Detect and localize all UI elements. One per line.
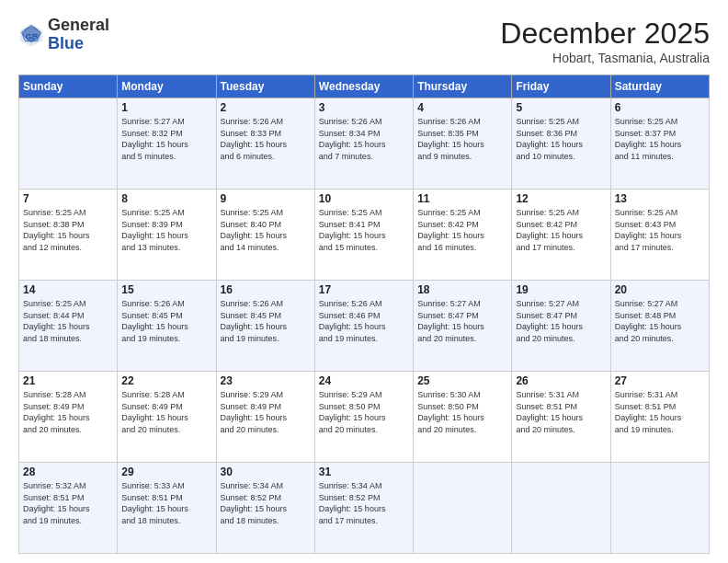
day-number: 26 <box>516 374 606 387</box>
day-info: Sunrise: 5:25 AM Sunset: 8:42 PM Dayligh… <box>516 207 606 253</box>
day-number: 18 <box>417 283 507 296</box>
location: Hobart, Tasmania, Australia <box>500 51 710 65</box>
day-number: 12 <box>516 192 606 205</box>
day-info: Sunrise: 5:26 AM Sunset: 8:45 PM Dayligh… <box>121 298 211 344</box>
day-number: 8 <box>121 192 211 205</box>
day-info: Sunrise: 5:34 AM Sunset: 8:52 PM Dayligh… <box>221 480 311 526</box>
day-number: 15 <box>121 283 211 296</box>
calendar: Sunday Monday Tuesday Wednesday Thursday… <box>18 75 710 554</box>
day-info: Sunrise: 5:30 AM Sunset: 8:50 PM Dayligh… <box>417 389 507 435</box>
table-row: 28Sunrise: 5:32 AM Sunset: 8:51 PM Dayli… <box>19 463 118 554</box>
col-wednesday: Wednesday <box>314 75 413 98</box>
day-number: 25 <box>417 374 507 387</box>
day-number: 6 <box>615 101 705 114</box>
day-number: 14 <box>23 283 113 296</box>
table-row: 23Sunrise: 5:29 AM Sunset: 8:49 PM Dayli… <box>216 372 314 463</box>
svg-text:GB: GB <box>25 31 38 40</box>
table-row: 9Sunrise: 5:25 AM Sunset: 8:40 PM Daylig… <box>216 190 314 281</box>
table-row: 18Sunrise: 5:27 AM Sunset: 8:47 PM Dayli… <box>414 281 512 372</box>
table-row <box>512 463 610 554</box>
logo-icon: GB <box>18 22 44 48</box>
day-info: Sunrise: 5:25 AM Sunset: 8:44 PM Dayligh… <box>23 298 113 344</box>
day-info: Sunrise: 5:26 AM Sunset: 8:33 PM Dayligh… <box>221 116 311 162</box>
table-row: 27Sunrise: 5:31 AM Sunset: 8:51 PM Dayli… <box>610 372 709 463</box>
table-row: 16Sunrise: 5:26 AM Sunset: 8:45 PM Dayli… <box>216 281 314 372</box>
month-title: December 2025 <box>500 17 710 51</box>
calendar-week-row: 28Sunrise: 5:32 AM Sunset: 8:51 PM Dayli… <box>19 463 710 554</box>
table-row: 19Sunrise: 5:27 AM Sunset: 8:47 PM Dayli… <box>512 281 610 372</box>
col-saturday: Saturday <box>610 75 709 98</box>
col-monday: Monday <box>118 75 216 98</box>
table-row: 6Sunrise: 5:25 AM Sunset: 8:37 PM Daylig… <box>610 98 709 190</box>
day-number: 5 <box>516 101 606 114</box>
table-row: 4Sunrise: 5:26 AM Sunset: 8:35 PM Daylig… <box>414 98 512 190</box>
day-info: Sunrise: 5:25 AM Sunset: 8:37 PM Dayligh… <box>615 116 705 162</box>
table-row: 22Sunrise: 5:28 AM Sunset: 8:49 PM Dayli… <box>118 372 216 463</box>
table-row: 14Sunrise: 5:25 AM Sunset: 8:44 PM Dayli… <box>19 281 118 372</box>
table-row: 17Sunrise: 5:26 AM Sunset: 8:46 PM Dayli… <box>314 281 413 372</box>
table-row: 12Sunrise: 5:25 AM Sunset: 8:42 PM Dayli… <box>512 190 610 281</box>
day-info: Sunrise: 5:27 AM Sunset: 8:48 PM Dayligh… <box>615 298 705 344</box>
calendar-week-row: 14Sunrise: 5:25 AM Sunset: 8:44 PM Dayli… <box>19 281 710 372</box>
table-row <box>19 98 118 190</box>
day-number: 13 <box>615 192 705 205</box>
day-info: Sunrise: 5:27 AM Sunset: 8:32 PM Dayligh… <box>121 116 211 162</box>
table-row: 5Sunrise: 5:25 AM Sunset: 8:36 PM Daylig… <box>512 98 610 190</box>
calendar-week-row: 7Sunrise: 5:25 AM Sunset: 8:38 PM Daylig… <box>19 190 710 281</box>
table-row: 20Sunrise: 5:27 AM Sunset: 8:48 PM Dayli… <box>610 281 709 372</box>
day-number: 21 <box>23 374 113 387</box>
page: GB General Blue December 2025 Hobart, Ta… <box>0 0 728 563</box>
day-number: 29 <box>121 465 211 478</box>
day-number: 1 <box>121 101 211 114</box>
day-number: 16 <box>221 283 311 296</box>
day-number: 3 <box>319 101 409 114</box>
table-row: 31Sunrise: 5:34 AM Sunset: 8:52 PM Dayli… <box>314 463 413 554</box>
calendar-week-row: 1Sunrise: 5:27 AM Sunset: 8:32 PM Daylig… <box>19 98 710 190</box>
day-number: 20 <box>615 283 705 296</box>
day-number: 11 <box>417 192 507 205</box>
table-row: 2Sunrise: 5:26 AM Sunset: 8:33 PM Daylig… <box>216 98 314 190</box>
day-info: Sunrise: 5:26 AM Sunset: 8:45 PM Dayligh… <box>221 298 311 344</box>
day-info: Sunrise: 5:31 AM Sunset: 8:51 PM Dayligh… <box>615 389 705 435</box>
day-info: Sunrise: 5:27 AM Sunset: 8:47 PM Dayligh… <box>516 298 606 344</box>
table-row: 25Sunrise: 5:30 AM Sunset: 8:50 PM Dayli… <box>414 372 512 463</box>
day-info: Sunrise: 5:29 AM Sunset: 8:49 PM Dayligh… <box>221 389 311 435</box>
day-number: 24 <box>319 374 409 387</box>
col-sunday: Sunday <box>19 75 118 98</box>
day-info: Sunrise: 5:28 AM Sunset: 8:49 PM Dayligh… <box>121 389 211 435</box>
table-row <box>610 463 709 554</box>
day-number: 10 <box>319 192 409 205</box>
table-row: 8Sunrise: 5:25 AM Sunset: 8:39 PM Daylig… <box>118 190 216 281</box>
header: GB General Blue December 2025 Hobart, Ta… <box>18 17 710 65</box>
table-row: 29Sunrise: 5:33 AM Sunset: 8:51 PM Dayli… <box>118 463 216 554</box>
table-row: 24Sunrise: 5:29 AM Sunset: 8:50 PM Dayli… <box>314 372 413 463</box>
logo-name: General Blue <box>48 17 109 53</box>
table-row: 3Sunrise: 5:26 AM Sunset: 8:34 PM Daylig… <box>314 98 413 190</box>
day-number: 27 <box>615 374 705 387</box>
table-row: 11Sunrise: 5:25 AM Sunset: 8:42 PM Dayli… <box>414 190 512 281</box>
col-thursday: Thursday <box>414 75 512 98</box>
day-info: Sunrise: 5:31 AM Sunset: 8:51 PM Dayligh… <box>516 389 606 435</box>
day-info: Sunrise: 5:26 AM Sunset: 8:34 PM Dayligh… <box>319 116 409 162</box>
day-info: Sunrise: 5:25 AM Sunset: 8:42 PM Dayligh… <box>417 207 507 253</box>
day-info: Sunrise: 5:27 AM Sunset: 8:47 PM Dayligh… <box>417 298 507 344</box>
day-info: Sunrise: 5:25 AM Sunset: 8:36 PM Dayligh… <box>516 116 606 162</box>
day-number: 9 <box>221 192 311 205</box>
day-number: 2 <box>221 101 311 114</box>
day-number: 4 <box>417 101 507 114</box>
day-number: 22 <box>121 374 211 387</box>
col-friday: Friday <box>512 75 610 98</box>
day-number: 7 <box>23 192 113 205</box>
logo-text-block: General Blue <box>48 17 109 53</box>
col-tuesday: Tuesday <box>216 75 314 98</box>
day-number: 30 <box>221 465 311 478</box>
day-info: Sunrise: 5:26 AM Sunset: 8:35 PM Dayligh… <box>417 116 507 162</box>
table-row: 1Sunrise: 5:27 AM Sunset: 8:32 PM Daylig… <box>118 98 216 190</box>
day-info: Sunrise: 5:25 AM Sunset: 8:41 PM Dayligh… <box>319 207 409 253</box>
day-number: 17 <box>319 283 409 296</box>
table-row <box>414 463 512 554</box>
day-info: Sunrise: 5:25 AM Sunset: 8:43 PM Dayligh… <box>615 207 705 253</box>
day-info: Sunrise: 5:25 AM Sunset: 8:40 PM Dayligh… <box>221 207 311 253</box>
day-info: Sunrise: 5:25 AM Sunset: 8:39 PM Dayligh… <box>121 207 211 253</box>
table-row: 10Sunrise: 5:25 AM Sunset: 8:41 PM Dayli… <box>314 190 413 281</box>
